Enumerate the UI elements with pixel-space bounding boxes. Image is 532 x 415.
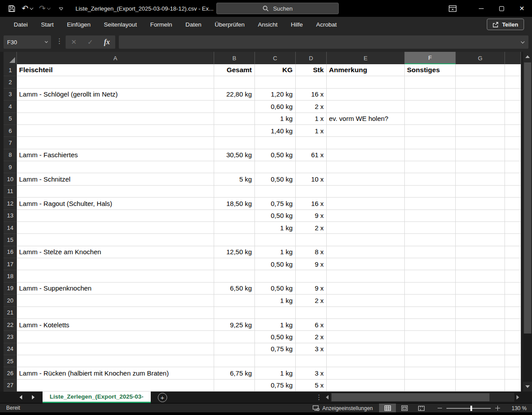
ribbon-tab-einfügen[interactable]: Einfügen [60, 17, 97, 32]
row-header-12[interactable]: 12 [4, 198, 17, 209]
cell-A26[interactable]: Lamm - Rücken (halbiert mit Knochen zum … [17, 367, 214, 379]
cell-C8[interactable]: 0,50 kg [255, 149, 296, 161]
cell-B13[interactable] [214, 210, 255, 222]
cell-D17[interactable]: 9 x [296, 258, 327, 270]
cell-F3[interactable] [405, 89, 456, 101]
cell-H17[interactable] [505, 258, 521, 270]
cell-F26[interactable] [405, 367, 456, 379]
cell-H8[interactable] [505, 149, 521, 161]
cell-B26[interactable]: 6,75 kg [214, 367, 255, 379]
cell-D18[interactable] [296, 270, 327, 282]
row-header-1[interactable]: 1 [4, 64, 17, 76]
cell-E9[interactable] [327, 161, 405, 173]
customize-quick-access-button[interactable] [59, 8, 63, 10]
cell-G1[interactable] [456, 64, 505, 76]
cell-G5[interactable] [456, 113, 505, 125]
page-layout-view-button[interactable] [396, 403, 413, 413]
insert-function-icon[interactable]: fx [104, 38, 110, 46]
row-header-3[interactable]: 3 [4, 89, 17, 101]
row-header-27[interactable]: 27 [4, 380, 17, 392]
cell-D14[interactable]: 2 x [296, 222, 327, 234]
cell-F13[interactable] [405, 210, 456, 222]
cell-C3[interactable]: 1,20 kg [255, 89, 296, 101]
cell-E1[interactable]: Anmerkung [327, 64, 405, 76]
cell-E5[interactable]: ev. vorm WE holen? [327, 113, 405, 125]
cell-F23[interactable] [405, 331, 456, 343]
cell-G21[interactable] [456, 307, 505, 319]
row-header-8[interactable]: 8 [4, 149, 17, 161]
row-header-5[interactable]: 5 [4, 113, 17, 125]
cell-C1[interactable]: KG [255, 64, 296, 76]
cell-B16[interactable]: 12,50 kg [214, 246, 255, 258]
cell-D3[interactable]: 16 x [296, 89, 327, 101]
column-header-partial[interactable] [505, 52, 521, 64]
cell-B14[interactable] [214, 222, 255, 234]
cell-B5[interactable] [214, 113, 255, 125]
scroll-left-button[interactable] [324, 393, 331, 402]
cell-E22[interactable] [327, 319, 405, 331]
cell-F12[interactable] [405, 198, 456, 209]
cell-B18[interactable] [214, 270, 255, 282]
column-header-G[interactable]: G [456, 52, 505, 64]
scroll-right-button[interactable] [514, 393, 521, 402]
row-header-15[interactable]: 15 [4, 234, 17, 246]
undo-dropdown-icon[interactable] [30, 6, 33, 9]
cell-D20[interactable]: 2 x [296, 295, 327, 306]
cell-E17[interactable] [327, 258, 405, 270]
select-all-button[interactable] [4, 52, 17, 64]
cell-H23[interactable] [505, 331, 521, 343]
cell-C11[interactable] [255, 186, 296, 198]
cell-B1[interactable]: Gesamt [214, 64, 255, 76]
cell-H26[interactable] [505, 367, 521, 379]
cell-C6[interactable]: 1,40 kg [255, 125, 296, 137]
row-header-19[interactable]: 19 [4, 283, 17, 295]
cell-B22[interactable]: 9,25 kg [214, 319, 255, 331]
cell-E25[interactable] [327, 355, 405, 367]
vertical-scrollbar[interactable] [523, 52, 532, 392]
cell-E21[interactable] [327, 307, 405, 319]
row-header-26[interactable]: 26 [4, 367, 17, 379]
row-header-14[interactable]: 14 [4, 222, 17, 234]
cell-A4[interactable] [17, 101, 214, 112]
cell-G16[interactable] [456, 246, 505, 258]
redo-button[interactable]: ↷ [39, 4, 50, 12]
cell-F14[interactable] [405, 222, 456, 234]
cell-A2[interactable] [17, 76, 214, 88]
cell-A1[interactable]: Fleischteil [17, 64, 214, 76]
page-break-preview-button[interactable] [413, 403, 430, 413]
column-header-E[interactable]: E [327, 52, 405, 64]
cell-E14[interactable] [327, 222, 405, 234]
minimize-button[interactable] [471, 0, 491, 17]
cell-G7[interactable] [456, 137, 505, 149]
zoom-slider-thumb[interactable] [470, 406, 472, 411]
cell-E12[interactable] [327, 198, 405, 209]
cell-H13[interactable] [505, 210, 521, 222]
cell-E4[interactable] [327, 101, 405, 112]
cell-C15[interactable] [255, 234, 296, 246]
cell-C10[interactable]: 0,50 kg [255, 173, 296, 185]
cell-F2[interactable] [405, 76, 456, 88]
cell-C16[interactable]: 1 kg [255, 246, 296, 258]
sheet-tab-menu-icon[interactable]: ⋮ [316, 393, 322, 401]
cell-F24[interactable] [405, 343, 456, 355]
cell-F20[interactable] [405, 295, 456, 306]
horizontal-scrollbar-thumb[interactable] [332, 393, 489, 401]
cell-H14[interactable] [505, 222, 521, 234]
cell-G6[interactable] [456, 125, 505, 137]
cell-D8[interactable]: 61 x [296, 149, 327, 161]
cell-D12[interactable]: 16 x [296, 198, 327, 209]
cell-H22[interactable] [505, 319, 521, 331]
cell-A5[interactable] [17, 113, 214, 125]
cell-E18[interactable] [327, 270, 405, 282]
cell-A17[interactable] [17, 258, 214, 270]
cell-G25[interactable] [456, 355, 505, 367]
ribbon-tab-datei[interactable]: Datei [7, 17, 35, 32]
cell-G22[interactable] [456, 319, 505, 331]
cell-F6[interactable] [405, 125, 456, 137]
search-box[interactable]: Suchen [216, 3, 339, 14]
cell-G19[interactable] [456, 283, 505, 295]
cell-D15[interactable] [296, 234, 327, 246]
cell-G20[interactable] [456, 295, 505, 306]
cell-H4[interactable] [505, 101, 521, 112]
ribbon-tab-formeln[interactable]: Formeln [144, 17, 179, 32]
